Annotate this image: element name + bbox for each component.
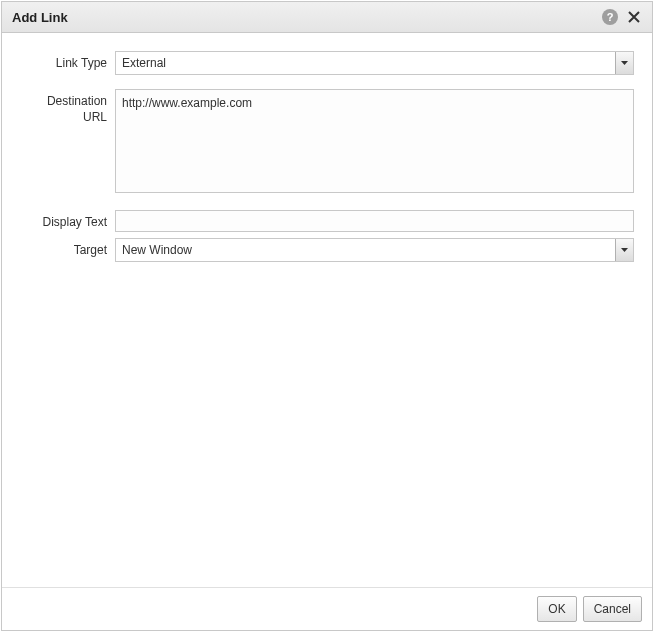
- close-icon[interactable]: [626, 9, 642, 25]
- dialog-title: Add Link: [12, 10, 68, 25]
- chevron-down-icon[interactable]: [615, 52, 633, 74]
- help-icon[interactable]: ?: [602, 9, 618, 25]
- row-destination-url: Destination URL: [20, 89, 634, 196]
- label-target: Target: [20, 238, 115, 259]
- target-select[interactable]: New Window: [115, 238, 634, 262]
- display-text-input[interactable]: [115, 210, 634, 232]
- link-type-value: External: [116, 56, 615, 70]
- label-link-type: Link Type: [20, 51, 115, 72]
- cancel-button[interactable]: Cancel: [583, 596, 642, 622]
- header-icons: ?: [602, 9, 642, 25]
- dialog-footer: OK Cancel: [2, 587, 652, 630]
- chevron-down-icon[interactable]: [615, 239, 633, 261]
- control-display-text: [115, 210, 634, 232]
- link-type-select[interactable]: External: [115, 51, 634, 75]
- control-link-type: External: [115, 51, 634, 75]
- row-target: Target New Window: [20, 238, 634, 262]
- ok-button[interactable]: OK: [537, 596, 576, 622]
- control-destination-url: [115, 89, 634, 196]
- label-display-text: Display Text: [20, 210, 115, 231]
- row-display-text: Display Text: [20, 210, 634, 232]
- add-link-dialog: Add Link ? Link Type External Destinatio…: [1, 1, 653, 631]
- row-link-type: Link Type External: [20, 51, 634, 75]
- target-value: New Window: [116, 243, 615, 257]
- dialog-header: Add Link ?: [2, 2, 652, 33]
- label-destination-url: Destination URL: [20, 89, 115, 125]
- dialog-body: Link Type External Destination URL Displ…: [2, 33, 652, 587]
- destination-url-input[interactable]: [115, 89, 634, 193]
- control-target: New Window: [115, 238, 634, 262]
